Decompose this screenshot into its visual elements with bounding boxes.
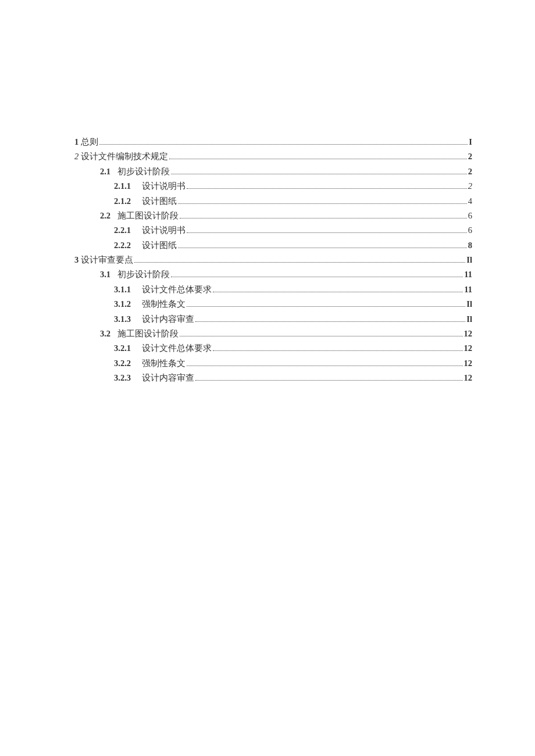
toc-entry-number: 3.1.3 (114, 312, 135, 327)
toc-entry-title: 设计说明书 (142, 223, 186, 238)
toc-entry-page: Il (466, 297, 472, 311)
toc-entry-page: 11 (464, 267, 472, 282)
toc-leader-dots (195, 321, 465, 322)
toc-entry-title: 设计说明书 (142, 179, 186, 194)
toc-entry-number: 3.1.2 (114, 297, 135, 311)
toc-entry-number: 2.2.1 (114, 223, 135, 238)
toc-entry-page: 2 (468, 164, 472, 179)
toc-entry-page: 2 (468, 179, 472, 194)
toc-entry-page: 8 (468, 238, 472, 253)
toc-entry-number: 2.1.1 (114, 179, 135, 194)
toc-entry-title: 初步设计阶段 (117, 267, 170, 282)
toc-entry: 3.2.1设计文件总体要求12 (74, 341, 472, 356)
toc-entry-number: 3.1.1 (114, 282, 135, 297)
toc-entry: 1总则I (74, 135, 472, 149)
toc-leader-dots (187, 188, 467, 189)
toc-entry-page: Il (466, 312, 472, 327)
toc-entry-number: 3.2.1 (114, 341, 135, 356)
toc-entry-title: 设计文件总体要求 (142, 341, 212, 356)
toc-entry-title: 设计文件编制技术规定 (81, 152, 168, 161)
toc-leader-dots (171, 174, 467, 174)
toc-entry: 2.2施工图设计阶段6 (74, 209, 472, 223)
toc-entry: 2.1.1设计说明书2 (74, 179, 472, 194)
toc-entry-page: 12 (464, 371, 473, 385)
toc-entry-title: 设计图纸 (142, 194, 177, 209)
toc-entry-title: 施工图设计阶段 (117, 327, 179, 341)
toc-leader-dots (171, 277, 463, 277)
toc-entry: 2.2.2设计图纸8 (74, 238, 472, 253)
toc-entry-number: 3.2.3 (114, 371, 135, 385)
toc-entry-number: 2.2 (94, 209, 110, 223)
toc-entry-number: 2.1 (94, 164, 110, 179)
toc-entry-page: 6 (468, 223, 472, 238)
toc-entry-page: 12 (464, 327, 473, 341)
toc-leader-dots (187, 232, 467, 233)
toc-leader-dots (134, 262, 465, 263)
toc-entry-number: 3.1 (94, 267, 110, 282)
toc-entry-lead: 1总则 (74, 135, 98, 149)
toc-leader-dots (187, 366, 463, 366)
toc-entry-title: 设计文件总体要求 (142, 282, 212, 297)
toc-entry: 3.2.3设计内容审查12 (74, 371, 472, 385)
toc-entry-title: 设计图纸 (142, 238, 177, 253)
toc-entry: 3.1初步设计阶段11 (74, 267, 472, 282)
toc-entry: 2.1初步设计阶段2 (74, 164, 472, 179)
toc-entry-title: 设计内容审查 (142, 371, 194, 385)
toc-entry-title: 施工图设计阶段 (117, 209, 179, 223)
toc-entry-number: 1 (74, 137, 79, 146)
toc-leader-dots (195, 380, 463, 381)
toc-entry-title: 初步设计阶段 (117, 164, 170, 179)
toc-entry-number: 2 (74, 152, 79, 161)
toc-leader-dots (213, 292, 463, 292)
toc-entry-page: 2 (468, 149, 472, 164)
toc-entry-title: 设计审查要点 (81, 255, 133, 264)
toc-leader-dots (178, 248, 467, 248)
toc-entry-title: 设计内容审查 (142, 312, 194, 327)
toc-entry-number: 3.2 (94, 327, 110, 341)
toc-entry: 3.1.1设计文件总体要求11 (74, 282, 472, 297)
toc-entry: 3.2施工图设计阶段12 (74, 327, 472, 341)
toc-entry-page: 12 (464, 356, 473, 371)
toc-entry-page: 12 (464, 341, 473, 356)
toc-entry-page: 11 (464, 282, 472, 297)
toc-leader-dots (169, 159, 467, 159)
toc-entry: 3.1.3设计内容审查Il (74, 312, 472, 327)
toc-leader-dots (187, 306, 465, 307)
table-of-contents: 1总则I2设计文件编制技术规定22.1初步设计阶段22.1.1设计说明书22.1… (74, 135, 472, 385)
toc-entry-lead: 3设计审查要点 (74, 253, 133, 267)
toc-entry-page: 4 (468, 194, 472, 209)
toc-entry-number: 3.2.2 (114, 356, 135, 371)
toc-leader-dots (180, 336, 463, 336)
toc-entry-title: 强制性条文 (142, 297, 186, 311)
toc-entry: 2.1.2设计图纸4 (74, 194, 472, 209)
toc-entry-lead: 2设计文件编制技术规定 (74, 149, 168, 164)
toc-entry-title: 总则 (81, 137, 98, 146)
toc-entry-page: Il (466, 253, 472, 267)
toc-entry: 3.2.2强制性条文12 (74, 356, 472, 371)
toc-leader-dots (213, 350, 463, 351)
toc-entry: 3设计审查要点Il (74, 253, 472, 267)
toc-entry-number: 3 (74, 255, 79, 264)
toc-entry: 3.1.2强制性条文Il (74, 297, 472, 311)
toc-entry: 2设计文件编制技术规定2 (74, 149, 472, 164)
toc-entry-title: 强制性条文 (142, 356, 186, 371)
toc-entry: 2.2.1设计说明书6 (74, 223, 472, 238)
toc-leader-dots (178, 203, 467, 204)
toc-entry-number: 2.1.2 (114, 194, 135, 209)
toc-entry-page: 6 (468, 209, 472, 223)
toc-leader-dots (180, 218, 467, 218)
toc-entry-number: 2.2.2 (114, 238, 135, 253)
toc-leader-dots (99, 144, 468, 145)
toc-entry-page: I (469, 135, 472, 149)
